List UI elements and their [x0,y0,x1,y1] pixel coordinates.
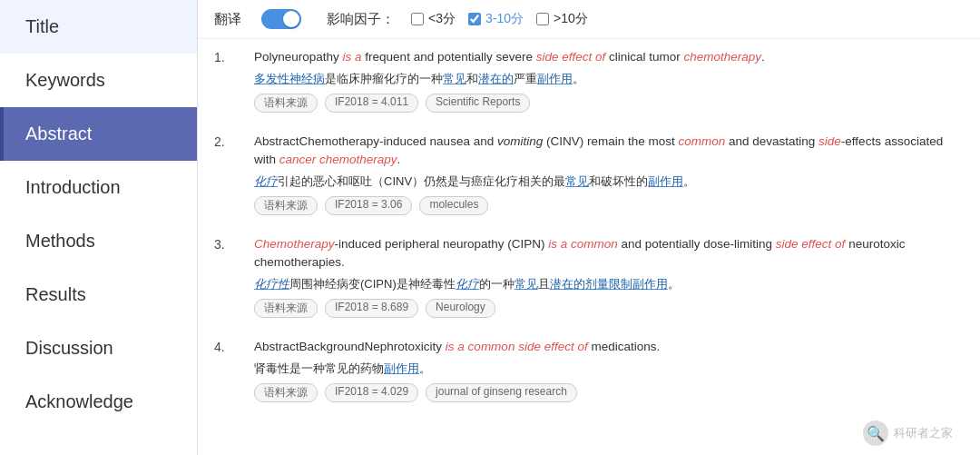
cn2-s2: 常见 [565,174,589,188]
cn3-s2: 化疗 [456,277,479,291]
toggle-knob [283,11,299,27]
en1-italic1: is a [343,50,362,64]
cn3-s5: 剂量限制 [585,277,632,291]
filter-more10[interactable]: >10分 [536,11,588,27]
result-cn-4: 肾毒性是一种常见的药物副作用。 [254,360,964,378]
result-tags-4: 语料来源 IF2018 = 4.029 journal of ginseng r… [254,383,964,402]
cn3-s6: 副作用 [632,277,668,291]
tag-journal-3: Neurology [426,299,495,318]
result-row-4: 4. AbstractBackgroundNephrotoxicity is a… [214,338,964,402]
translate-label: 翻译 [214,11,241,28]
result-body-3: Chemotherapy-induced peripheral neuropat… [234,235,964,318]
tag-if-3: IF2018 = 8.689 [325,299,418,318]
translate-toggle[interactable] [261,9,301,29]
en3-italic3: side effect of [776,237,846,251]
en1-italic3: chemotherapy [684,50,762,64]
tag-if-1: IF2018 = 4.011 [325,94,418,113]
cn4-s1: 副作用 [384,361,419,375]
result-body-2: AbstractChemotherapy-induced nausea and … [234,133,964,215]
results-list: 1. Polyneuropathy is a frequent and pote… [198,39,980,455]
sidebar-item-title[interactable]: Title [0,0,197,54]
result-en-2: AbstractChemotherapy-induced nausea and … [254,133,964,170]
toolbar: 翻译 影响因子： <3分 3-10分 >10分 [198,0,980,39]
result-item-2: 2. AbstractChemotherapy-induced nausea a… [214,133,964,223]
tag-journal-1: Scientific Reports [426,94,530,113]
en2-italic4: cancer chemotherapy [279,153,397,166]
en2-italic2: common [679,134,726,148]
result-row-3: 3. Chemotherapy-induced peripheral neuro… [214,235,964,318]
cn2-s1: 化疗 [254,174,278,188]
result-en-1: Polyneuropathy is a frequent and potenti… [254,48,964,66]
result-en-3: Chemotherapy-induced peripheral neuropat… [254,235,964,272]
filter-more10-label: >10分 [554,11,588,27]
result-num-3: 3. [214,235,234,252]
result-num-4: 4. [214,338,234,354]
result-row-1: 1. Polyneuropathy is a frequent and pote… [214,48,964,113]
sidebar-item-abstract[interactable]: Abstract [0,107,197,161]
cn1-s3: 潜在的 [478,72,514,85]
sidebar-item-discussion[interactable]: Discussion [0,321,197,375]
result-en-4: AbstractBackgroundNephrotoxicity is a co… [254,338,964,356]
tag-source-4: 语料来源 [254,383,318,402]
filter-3to10-checkbox[interactable] [468,13,481,25]
sidebar-item-methods[interactable]: Methods [0,214,197,268]
result-tags-3: 语料来源 IF2018 = 8.689 Neurology [254,299,964,318]
filter-less3[interactable]: <3分 [411,11,456,27]
cn3-s3: 常见 [514,277,538,291]
result-num-1: 1. [214,48,234,64]
en3-italic2: is a common [548,237,618,251]
cn2-s3: 副作用 [648,174,683,188]
filter-3to10-label: 3-10分 [485,11,524,27]
sidebar-item-keywords[interactable]: Keywords [0,54,197,107]
result-row-2: 2. AbstractChemotherapy-induced nausea a… [214,133,964,215]
tag-source-1: 语料来源 [254,94,318,113]
result-item-3: 3. Chemotherapy-induced peripheral neuro… [214,235,964,325]
result-body-4: AbstractBackgroundNephrotoxicity is a co… [234,338,964,402]
result-item-1: 1. Polyneuropathy is a frequent and pote… [214,48,964,120]
result-tags-1: 语料来源 IF2018 = 4.011 Scientific Reports [254,94,964,113]
en2-italic3: side [818,134,841,148]
result-cn-3: 化疗性周围神经病变(CIPN)是神经毒性化疗的一种常见且潜在的剂量限制副作用。 [254,275,964,293]
cn1-s4: 副作用 [537,72,573,85]
filter-less3-checkbox[interactable] [411,13,424,25]
filter-label: 影响因子： [327,11,395,28]
sidebar-item-results[interactable]: Results [0,268,197,321]
en2-italic1: vomiting [497,134,543,148]
filter-group: <3分 3-10分 >10分 [411,11,588,27]
sidebar-item-acknowledge[interactable]: Acknowledge [0,375,197,429]
en3-italic1: Chemotherapy [254,237,335,251]
result-cn-1: 多发性神经病是临床肿瘤化疗的一种常见和潜在的严重副作用。 [254,70,964,88]
tag-journal-2: molecules [419,196,488,215]
cn3-s4: 潜在的 [550,277,585,291]
filter-3to10[interactable]: 3-10分 [468,11,524,27]
tag-if-4: IF2018 = 4.029 [325,383,418,402]
filter-more10-checkbox[interactable] [536,13,549,25]
result-cn-2: 化疗引起的恶心和呕吐（CINV）仍然是与癌症化疗相关的最常见和破坏性的副作用。 [254,173,964,191]
tag-source-3: 语料来源 [254,299,318,318]
result-tags-2: 语料来源 IF2018 = 3.06 molecules [254,196,964,215]
result-body-1: Polyneuropathy is a frequent and potenti… [234,48,964,113]
sidebar-item-introduction[interactable]: Introduction [0,161,197,214]
cn1-s1: 多发性神经病 [254,72,325,85]
result-item-4: 4. AbstractBackgroundNephrotoxicity is a… [214,338,964,410]
cn1-s2: 常见 [443,72,466,85]
filter-less3-label: <3分 [428,11,456,27]
tag-source-2: 语料来源 [254,196,318,215]
result-num-2: 2. [214,133,234,149]
tag-if-2: IF2018 = 3.06 [325,196,412,215]
sidebar: TitleKeywordsAbstractIntroductionMethods… [0,0,198,455]
en1-italic2: side effect of [536,50,606,64]
tag-journal-4: journal of ginseng research [426,383,577,402]
en4-italic1: is a common side effect of [446,340,588,353]
cn3-s1: 化疗性 [254,277,289,291]
main-content: 翻译 影响因子： <3分 3-10分 >10分 1. [198,0,980,455]
